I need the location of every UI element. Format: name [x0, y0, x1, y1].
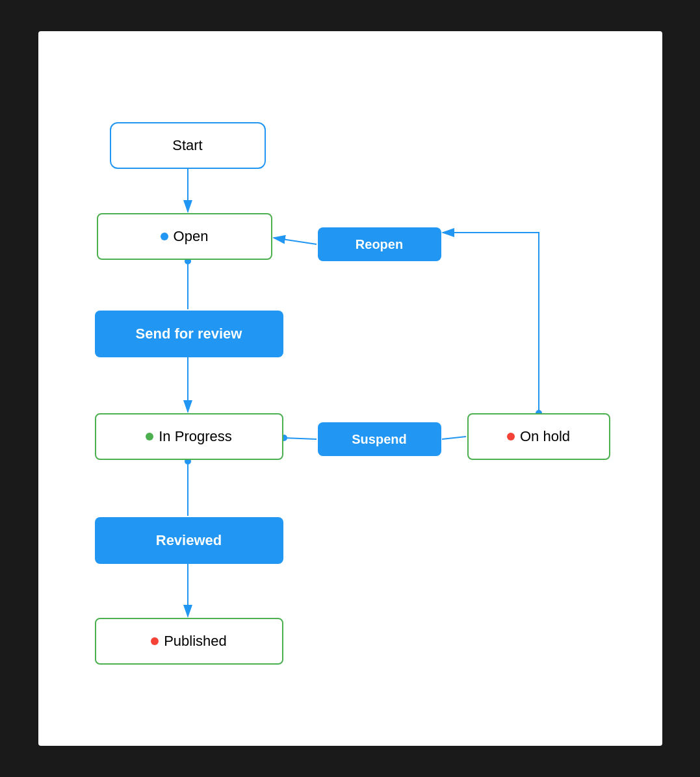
svg-line-13: [442, 437, 466, 439]
published-dot: [151, 637, 159, 645]
published-node: Published: [95, 618, 283, 665]
start-label: Start: [172, 137, 202, 154]
reviewed-label: Reviewed: [156, 532, 222, 549]
svg-line-9: [274, 238, 317, 244]
in-progress-node: In Progress: [95, 413, 283, 460]
published-label: Published: [164, 633, 227, 650]
open-label: Open: [174, 228, 209, 245]
in-progress-label: In Progress: [159, 428, 232, 445]
on-hold-node: On hold: [467, 413, 610, 460]
reopen-label: Reopen: [356, 237, 403, 252]
send-for-review-label: Send for review: [136, 325, 242, 342]
reopen-node: Reopen: [318, 227, 441, 261]
canvas: Start Open Send for review In Progress R…: [38, 31, 662, 746]
on-hold-dot: [507, 433, 515, 440]
in-progress-dot: [146, 433, 153, 440]
open-dot: [161, 233, 168, 240]
on-hold-label: On hold: [520, 428, 570, 445]
svg-line-11: [284, 438, 317, 439]
open-node: Open: [97, 213, 272, 260]
reviewed-node: Reviewed: [95, 517, 283, 564]
suspend-label: Suspend: [352, 432, 406, 447]
start-node: Start: [110, 122, 266, 169]
suspend-node: Suspend: [318, 422, 441, 456]
send-for-review-node: Send for review: [95, 311, 283, 357]
